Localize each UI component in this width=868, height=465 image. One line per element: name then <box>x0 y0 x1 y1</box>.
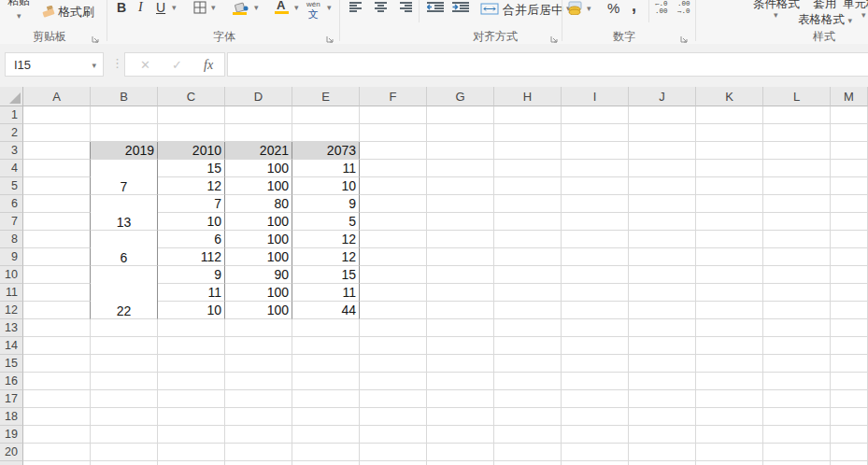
cell-K16[interactable] <box>696 373 763 390</box>
insert-function-icon[interactable]: fx <box>204 58 213 73</box>
cell-K7[interactable] <box>696 213 763 231</box>
cell-I5[interactable] <box>562 177 629 195</box>
cell-B3[interactable]: 2019 <box>91 142 158 160</box>
cell-A5[interactable] <box>23 177 91 195</box>
row-header-11[interactable]: 11 <box>0 284 23 302</box>
cell-L11[interactable] <box>763 284 831 302</box>
cell-G7[interactable] <box>427 213 494 231</box>
cell-C11[interactable]: 11 <box>158 284 225 302</box>
phonetic-dropdown-caret-icon[interactable]: ▾ <box>327 4 332 12</box>
row-header-20[interactable]: 20 <box>0 444 23 461</box>
cell-A6[interactable] <box>23 195 91 213</box>
cell-D10[interactable]: 90 <box>225 266 292 284</box>
cell-G6[interactable] <box>427 195 494 213</box>
cell-L9[interactable] <box>763 248 831 266</box>
cell-M20[interactable] <box>831 444 868 461</box>
cell-E10[interactable]: 15 <box>292 266 360 284</box>
clipboard-dialog-launcher-icon[interactable] <box>91 31 100 45</box>
increase-decimal-icon[interactable]: ←.0.00 <box>655 0 668 15</box>
cell-E2[interactable] <box>292 124 360 142</box>
cell-L15[interactable] <box>763 355 831 373</box>
cell-E11[interactable]: 11 <box>292 284 360 302</box>
cell-A18[interactable] <box>23 408 91 426</box>
cell-J9[interactable] <box>629 248 696 266</box>
accounting-format-icon[interactable] <box>567 0 584 19</box>
cell-F16[interactable] <box>360 373 427 390</box>
cell-E9[interactable]: 12 <box>292 248 360 266</box>
cell-K10[interactable] <box>696 266 763 284</box>
row-header-6[interactable]: 6 <box>0 195 23 213</box>
cell-E20[interactable] <box>292 444 360 461</box>
cell-K11[interactable] <box>696 284 763 302</box>
row-header-21[interactable] <box>0 461 23 465</box>
cell-I15[interactable] <box>562 355 629 373</box>
cell-H4[interactable] <box>494 160 562 177</box>
cell-F8[interactable] <box>360 231 427 248</box>
cell-E16[interactable] <box>292 373 360 390</box>
cell-C6[interactable]: 7 <box>158 195 225 213</box>
cell-J11[interactable] <box>629 284 696 302</box>
col-header-I[interactable]: I <box>562 87 629 106</box>
cell-L19[interactable] <box>763 426 831 444</box>
cell-B8[interactable]: 6 <box>91 231 158 266</box>
cell-M17[interactable] <box>831 390 868 408</box>
cell-H21[interactable] <box>494 461 562 465</box>
cell-J17[interactable] <box>629 390 696 408</box>
col-header-A[interactable]: A <box>23 87 91 106</box>
cell-D6[interactable]: 80 <box>225 195 292 213</box>
cell-H8[interactable] <box>494 231 562 248</box>
cell-M21[interactable] <box>831 461 868 465</box>
cell-E21[interactable] <box>292 461 360 465</box>
row-header-9[interactable]: 9 <box>0 248 23 266</box>
col-header-J[interactable]: J <box>629 87 696 106</box>
cell-F17[interactable] <box>360 390 427 408</box>
cell-M15[interactable] <box>831 355 868 373</box>
cell-F20[interactable] <box>360 444 427 461</box>
cell-F3[interactable] <box>360 142 427 160</box>
cell-L17[interactable] <box>763 390 831 408</box>
cell-M9[interactable] <box>831 248 868 266</box>
cell-M8[interactable] <box>831 231 868 248</box>
cell-H13[interactable] <box>494 319 562 337</box>
cell-I6[interactable] <box>562 195 629 213</box>
cell-D18[interactable] <box>225 408 292 426</box>
cell-L21[interactable] <box>763 461 831 465</box>
cell-F5[interactable] <box>360 177 427 195</box>
cell-L18[interactable] <box>763 408 831 426</box>
phonetic-guide-icon[interactable]: wén 文 <box>306 0 320 19</box>
cell-D8[interactable]: 100 <box>225 231 292 248</box>
col-header-E[interactable]: E <box>292 87 360 106</box>
cell-K2[interactable] <box>696 124 763 142</box>
cell-H14[interactable] <box>494 337 562 355</box>
cell-F18[interactable] <box>360 408 427 426</box>
merge-center-button[interactable]: 合并后居中 <box>503 2 563 19</box>
cell-G12[interactable] <box>427 302 494 319</box>
cell-J18[interactable] <box>629 408 696 426</box>
cell-H20[interactable] <box>494 444 562 461</box>
cell-H3[interactable] <box>494 142 562 160</box>
cell-K15[interactable] <box>696 355 763 373</box>
cell-G5[interactable] <box>427 177 494 195</box>
cell-H1[interactable] <box>494 106 562 124</box>
cell-M6[interactable] <box>831 195 868 213</box>
cell-K6[interactable] <box>696 195 763 213</box>
cell-A7[interactable] <box>23 213 91 231</box>
cell-K4[interactable] <box>696 160 763 177</box>
cell-M7[interactable] <box>831 213 868 231</box>
cell-J8[interactable] <box>629 231 696 248</box>
bold-button[interactable]: B <box>117 0 126 15</box>
cell-E8[interactable]: 12 <box>292 231 360 248</box>
cell-K5[interactable] <box>696 177 763 195</box>
cell-F10[interactable] <box>360 266 427 284</box>
select-all-corner[interactable] <box>0 87 23 106</box>
cell-J16[interactable] <box>629 373 696 390</box>
cell-L20[interactable] <box>763 444 831 461</box>
fill-color-dropdown-caret-icon[interactable]: ▾ <box>254 4 259 12</box>
cell-G16[interactable] <box>427 373 494 390</box>
cell-J14[interactable] <box>629 337 696 355</box>
cell-C15[interactable] <box>158 355 225 373</box>
cell-M18[interactable] <box>831 408 868 426</box>
cell-D21[interactable] <box>225 461 292 465</box>
cell-I10[interactable] <box>562 266 629 284</box>
cell-J15[interactable] <box>629 355 696 373</box>
